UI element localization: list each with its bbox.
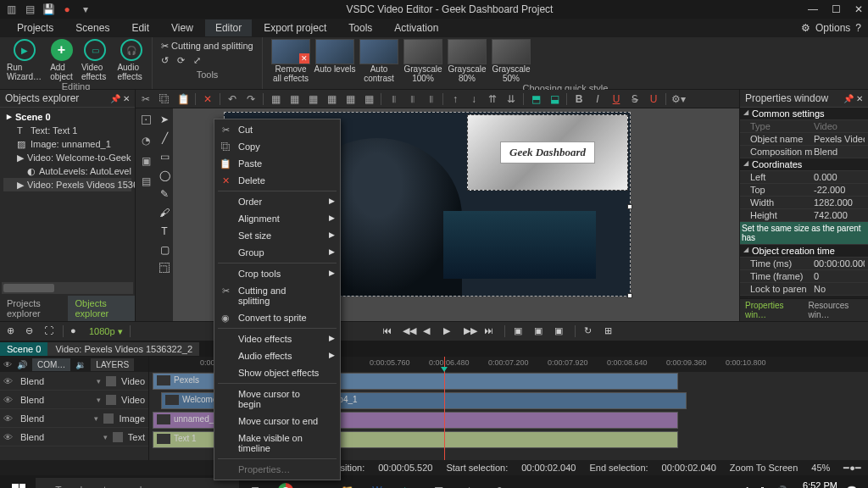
track-header-2[interactable]: 👁Blend▾Video (0, 391, 148, 409)
tree-hscroll[interactable] (2, 282, 133, 294)
ctx-crop[interactable]: Crop tools▶ (214, 265, 340, 282)
tb-align4-icon[interactable]: ▦ (325, 92, 338, 106)
ctx-show-fx[interactable]: Show object effects (214, 364, 340, 381)
tree-text-item[interactable]: TText: Text 1 (3, 124, 131, 137)
run-wizard-button[interactable]: ▶Run Wizard… (7, 39, 42, 81)
tb-order1-icon[interactable]: ↑ (448, 92, 462, 106)
th-eye-icon[interactable]: 👁 (3, 360, 12, 369)
st-text-icon[interactable]: T (161, 225, 167, 237)
tree-video-item[interactable]: ▶Video: Welcome-to-Geek (3, 151, 131, 164)
vt-chart2-icon[interactable]: ◔ (139, 134, 153, 147)
ctx-cursor-begin[interactable]: Move cursor to begin (214, 385, 340, 413)
st-brush-icon[interactable]: 🖌 (159, 207, 170, 219)
tp-prev-icon[interactable]: ◀◀ (403, 325, 415, 337)
same-size-button[interactable]: Set the same size as the parent has (740, 222, 868, 245)
props-pin-icon[interactable]: 📌 ✕ (843, 94, 863, 103)
tree-video2-item[interactable]: ▶Video: Pexels Videos 1536 (3, 178, 131, 191)
tp-play-icon[interactable]: ▶ (443, 325, 455, 337)
tb-vsdc-icon[interactable]: ▶ (393, 478, 422, 488)
tb-word-icon[interactable]: W (363, 478, 392, 488)
ctx-copy[interactable]: ⿻Copy (214, 138, 340, 155)
tp-snap-icon[interactable]: ⊞ (604, 325, 616, 337)
timeframe-field[interactable]: 0 (814, 271, 865, 281)
tb-redo-icon[interactable]: ↷ (244, 92, 258, 106)
tb-order4-icon[interactable]: ⇊ (504, 92, 518, 106)
tb-order2-icon[interactable]: ↓ (467, 92, 481, 106)
qat-new-icon[interactable]: ▥ (5, 3, 17, 15)
tb-align1-icon[interactable]: ▦ (269, 92, 282, 106)
th-com-tab[interactable]: COM… (32, 358, 70, 371)
style-gray-80[interactable]: Grayscale 80% (446, 39, 488, 83)
pg-coord-header[interactable]: Coordinates (740, 158, 868, 171)
tp-last-icon[interactable]: ⏭ (484, 325, 496, 337)
th-speaker-icon[interactable]: 🔊 (17, 360, 27, 369)
menu-view[interactable]: View (161, 19, 203, 36)
tray-vol-icon[interactable]: 🔊 (776, 485, 787, 489)
ctx-cut-split[interactable]: ✂Cutting and splitting (214, 282, 340, 309)
help-icon[interactable]: ? (855, 22, 861, 34)
tp-fwd-icon[interactable]: ▶▶ (464, 325, 476, 337)
gear-icon[interactable]: ⚙ (801, 22, 810, 34)
ctx-set-size[interactable]: Set size▶ (214, 227, 340, 244)
vt-chart4-icon[interactable]: ▤ (139, 175, 153, 188)
vt-chart3-icon[interactable]: ▣ (139, 154, 153, 168)
menu-export[interactable]: Export project (253, 19, 337, 36)
tab-resources[interactable]: Resources win… (804, 299, 868, 321)
close-button[interactable]: ✕ (854, 3, 863, 15)
st-rect-icon[interactable]: ▭ (160, 151, 170, 163)
zoom-value[interactable]: 45% (811, 463, 830, 473)
tb-dist2-icon[interactable]: ⫴ (405, 92, 419, 106)
qat-open-icon[interactable]: ▤ (24, 3, 36, 15)
tp-mark2-icon[interactable]: ▣ (534, 325, 546, 337)
ctx-visible[interactable]: Make visible on timeline (214, 430, 340, 457)
time-field[interactable]: 00:00:00.000 (814, 258, 865, 269)
menu-editor[interactable]: Editor (205, 19, 252, 36)
tb-align2-icon[interactable]: ▦ (287, 92, 301, 106)
tray-notif-icon[interactable]: 💬 (846, 485, 858, 489)
ctx-video-fx[interactable]: Video effects▶ (214, 330, 340, 347)
taskbar-clock[interactable]: 6:52 PM 1/27/2019 (796, 480, 837, 488)
tb-align6-icon[interactable]: ▦ (362, 92, 376, 106)
tb-bold-icon[interactable]: B (572, 92, 586, 106)
taskbar-search[interactable]: ○Type here to search (36, 478, 239, 488)
st-chart-icon[interactable]: ⿹ (159, 263, 170, 274)
left-field[interactable]: 0.000 (814, 172, 865, 182)
video-effects-button[interactable]: ▭Video effects (81, 39, 109, 81)
tb-ungroup-icon[interactable]: ⬓ (548, 92, 561, 106)
tb-paste-icon[interactable]: 📋 (176, 92, 190, 106)
tp-fit-icon[interactable]: ⛶ (44, 325, 56, 337)
tree-image-item[interactable]: ▨Image: unnamed_1 (3, 137, 131, 151)
tb-strike-icon[interactable]: S̶ (628, 92, 642, 106)
tb-u2-icon[interactable]: U (647, 92, 660, 106)
st-line-icon[interactable]: ╱ (162, 132, 168, 144)
style-auto-levels[interactable]: Auto levels (314, 39, 356, 83)
track-header-3[interactable]: 👁Blend▾Image (0, 409, 148, 428)
qat-record-icon[interactable]: ● (61, 3, 73, 15)
tb-delete-icon[interactable]: ✕ (201, 92, 214, 106)
qat-options-icon[interactable]: ▾ (80, 3, 92, 15)
tb-app2-icon[interactable]: ◆ (454, 478, 483, 488)
audio-effects-button[interactable]: 🎧Audio effects (117, 39, 145, 81)
ctx-audio-fx[interactable]: Audio effects▶ (214, 347, 340, 364)
crop-icon[interactable]: ↺ (161, 55, 169, 66)
tp-back-icon[interactable]: ◀ (423, 325, 435, 337)
ctx-order[interactable]: Order▶ (214, 193, 340, 210)
rotate-icon[interactable]: ⟳ (177, 55, 185, 66)
width-field[interactable]: 1282.000 (814, 197, 865, 208)
st-tooltip-icon[interactable]: ▢ (160, 244, 170, 256)
resize-icon[interactable]: ⤢ (193, 55, 201, 66)
st-ellipse-icon[interactable]: ◯ (159, 169, 170, 181)
lock-field[interactable]: No (814, 284, 865, 294)
ctx-alignment[interactable]: Alignment▶ (214, 210, 340, 227)
minimize-button[interactable]: — (808, 3, 818, 15)
tb-more-icon[interactable]: ⚙▾ (671, 92, 685, 106)
zoom-slider[interactable]: ━●━ (843, 463, 861, 474)
object-name-field[interactable]: Pexels Videos 1 (814, 134, 865, 144)
playhead[interactable] (444, 357, 445, 460)
tb-dist1-icon[interactable]: ⫴ (387, 92, 400, 106)
tp-first-icon[interactable]: ⏮ (382, 325, 394, 337)
vt-chart1-icon[interactable]: 🞔 (139, 114, 153, 127)
tb-group-icon[interactable]: ⬒ (529, 92, 542, 106)
tree-autolevels-item[interactable]: ◐AutoLevels: AutoLevel (3, 164, 131, 178)
options-label[interactable]: Options (815, 22, 850, 34)
